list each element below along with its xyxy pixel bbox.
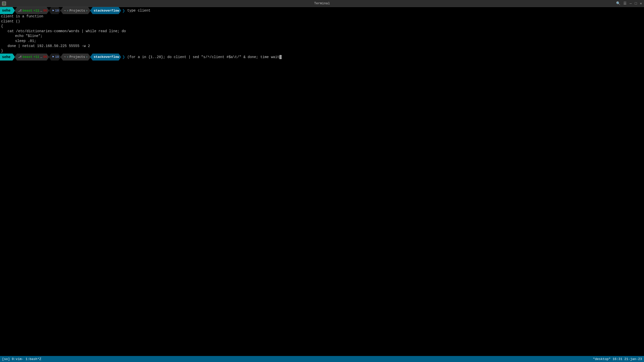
path-segment-2: ~ › Projects › bbox=[60, 54, 91, 61]
path-sep-1: › bbox=[67, 9, 69, 13]
maximize-button[interactable]: □ bbox=[635, 2, 637, 6]
output-line-6: sleep .01; bbox=[0, 39, 644, 44]
path-dir-1: Projects bbox=[69, 9, 85, 13]
statusbar-left: [so] 0:vim- 1:bash*Z bbox=[2, 357, 41, 361]
path-sep-3: › bbox=[67, 55, 69, 59]
flag-num-1: 10 bbox=[55, 9, 59, 13]
git-segment-1: ⎇ beast +11 … 96 bbox=[15, 7, 49, 14]
output-line-2: client () bbox=[0, 19, 644, 24]
dir-name-2: stackoverflow bbox=[94, 55, 119, 59]
titlebar: >_ Terminal 🔍 ☰ — □ ✕ bbox=[0, 0, 644, 7]
path-home-1: ~ bbox=[64, 9, 66, 13]
git-icon-1: ⎇ bbox=[18, 9, 22, 13]
user-badge-1: sehe bbox=[0, 7, 15, 14]
git-branch-2: beast bbox=[23, 55, 32, 59]
svg-text:>_: >_ bbox=[3, 3, 6, 5]
titlebar-controls: 🔍 ☰ — □ ✕ bbox=[616, 1, 642, 6]
arrow-icon-2: ❯ bbox=[122, 54, 125, 60]
prompt-arrow-2: ❯ bbox=[121, 54, 126, 61]
close-button[interactable]: ✕ bbox=[640, 1, 642, 6]
dir-segment-1: stackoverflow bbox=[90, 7, 121, 14]
dir-segment-2: stackoverflow bbox=[90, 54, 121, 61]
empty-terminal-space bbox=[0, 61, 644, 356]
prompt-arrow-1: ❯ bbox=[121, 7, 126, 14]
numbers-segment-2: ⚑ 10 bbox=[49, 54, 61, 61]
git-minus-2: 96 bbox=[43, 55, 47, 59]
output-line-8: } bbox=[0, 49, 644, 54]
user-badge-2: sehe bbox=[0, 54, 15, 61]
output-line-4: cat /etc/dictionaries-common/words | whi… bbox=[0, 29, 644, 34]
git-branch-1: beast bbox=[23, 9, 32, 13]
output-line-3: { bbox=[0, 24, 644, 29]
path-sep-4: › bbox=[86, 55, 88, 59]
git-segment-2: ⎇ beast +11 … 96 bbox=[15, 54, 49, 61]
prompt-line-1: sehe ⎇ beast +11 … 96 ⚑ 10 ~ › Projects … bbox=[0, 7, 644, 14]
titlebar-left: >_ bbox=[2, 2, 6, 6]
dir-name-1: stackoverflow bbox=[94, 9, 119, 13]
prompt-line-2: sehe ⎇ beast +11 … 96 ⚑ 10 ~ › Projects … bbox=[0, 54, 644, 61]
statusbar-right: "desktop" 16:31 21-jan-23 bbox=[593, 357, 642, 361]
output-line-1: client is a function bbox=[0, 14, 644, 19]
minimize-button[interactable]: — bbox=[630, 2, 632, 6]
username-1: sehe bbox=[2, 9, 11, 13]
git-plus-2: +11 bbox=[33, 55, 39, 59]
path-home-2: ~ bbox=[64, 55, 66, 59]
terminal-icon: >_ bbox=[2, 2, 6, 6]
flag-icon-1: ⚑ bbox=[52, 9, 54, 13]
flag-icon-2: ⚑ bbox=[52, 55, 54, 59]
username-2: sehe bbox=[2, 55, 11, 59]
cursor: ) bbox=[279, 55, 281, 59]
numbers-segment-1: ⚑ 10 bbox=[49, 7, 61, 14]
git-ellipsis-1: … bbox=[40, 9, 42, 13]
path-dir-2: Projects bbox=[69, 55, 85, 59]
flag-num-2: 10 bbox=[55, 55, 59, 59]
terminal-body: sehe ⎇ beast +11 … 96 ⚑ 10 ~ › Projects … bbox=[0, 7, 644, 356]
output-line-7: done | netcat 192.168.50.225 55555 -w 2 bbox=[0, 44, 644, 49]
path-sep-2: › bbox=[86, 9, 88, 13]
git-plus-1: +11 bbox=[33, 9, 39, 13]
search-button[interactable]: 🔍 bbox=[616, 1, 620, 6]
command-2[interactable]: (for a in {1..20}; do client | sed "s/^/… bbox=[126, 55, 281, 59]
git-icon-2: ⎇ bbox=[18, 55, 22, 59]
arrow-icon-1: ❯ bbox=[122, 8, 125, 14]
git-ellipsis-2: … bbox=[40, 55, 42, 59]
menu-button[interactable]: ☰ bbox=[623, 1, 627, 6]
output-line-5: echo "$line"; bbox=[0, 34, 644, 39]
titlebar-title: Terminal bbox=[314, 2, 330, 5]
command-1[interactable]: type client bbox=[126, 9, 150, 13]
statusbar: [so] 0:vim- 1:bash*Z "desktop" 16:31 21-… bbox=[0, 356, 644, 362]
path-segment-1: ~ › Projects › bbox=[60, 7, 91, 14]
git-minus-1: 96 bbox=[43, 9, 47, 13]
